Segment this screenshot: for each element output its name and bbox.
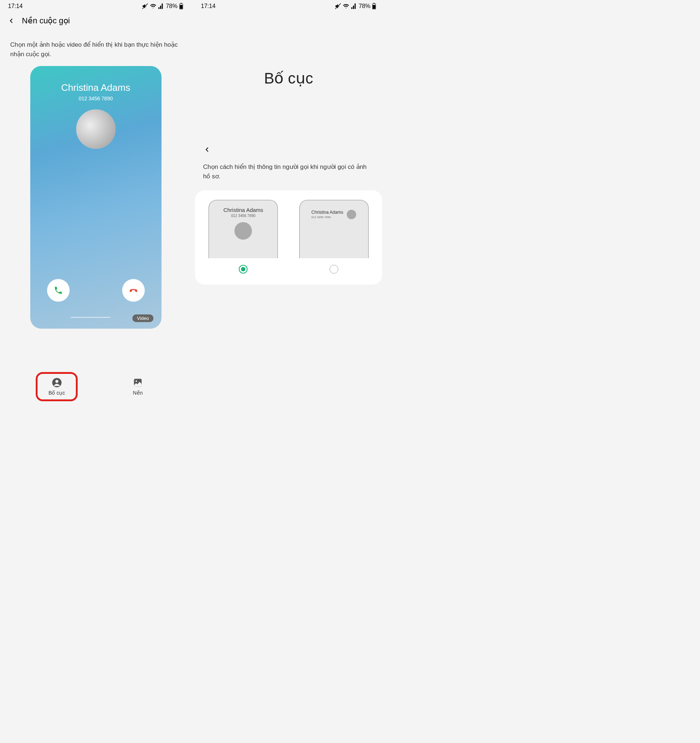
caller-name: Christina Adams [30,82,161,93]
bottom-tabs: Bố cục Nền [0,367,191,407]
person-icon [52,377,62,388]
preview-number: 012 3456 7890 [312,216,343,219]
big-title: Bố cục [193,69,384,87]
home-indicator [70,317,111,318]
radio-unselected[interactable] [329,265,338,274]
image-icon [133,377,143,388]
back-container [193,87,384,155]
mute-icon [142,3,148,9]
svg-rect-3 [180,5,182,9]
preview-name: Christina Adams [213,207,274,213]
tab-layout[interactable]: Bố cục [38,374,76,400]
tab-background[interactable]: Nền [122,374,154,400]
tab-background-label: Nền [133,390,143,396]
tab-layout-label: Bố cục [49,390,65,396]
preview-avatar-small [347,210,356,219]
status-icons: 78% [335,3,376,9]
signal-icon [351,3,357,9]
page-title: Nền cuộc gọi [22,16,70,25]
wifi-icon [343,3,349,9]
preview-name: Christina Adams [312,210,343,215]
radio-selected[interactable] [239,265,248,274]
preview-number: 012 3456 7890 [213,214,274,218]
svg-rect-11 [373,5,375,9]
svg-rect-10 [373,3,375,4]
signal-icon [158,3,164,9]
status-bar: 17:14 78% [0,0,191,11]
status-time: 17:14 [201,3,216,9]
accept-call-button[interactable] [47,279,69,302]
decline-call-button[interactable] [122,279,145,302]
battery-text: 78% [166,3,177,9]
back-icon[interactable] [203,145,211,154]
battery-icon [179,3,183,9]
svg-rect-2 [180,3,182,4]
battery-icon [372,3,376,9]
phone-screen-right: 17:14 78% Bố cục Chọn cách hiển thị thôn… [193,0,384,407]
status-time: 17:14 [8,3,23,9]
svg-point-5 [55,380,58,383]
status-icons: 78% [142,3,183,9]
layout-preview-center: Christina Adams 012 3456 7890 [208,200,278,258]
svg-point-7 [136,380,137,382]
layout-description: Chọn cách hiển thị thông tin người gọi k… [193,155,384,190]
back-icon[interactable] [7,17,15,25]
phone-screen-left: 17:14 78% Nền cuộc gọi Chọn một ảnh hoặc… [0,0,191,407]
call-preview: Christina Adams 012 3456 7890 Video [30,66,161,329]
battery-text: 78% [359,3,371,9]
status-bar: 17:14 78% [193,0,384,11]
phone-accept-icon [53,286,63,295]
call-buttons [30,279,161,302]
video-badge: Video [132,314,153,322]
wifi-icon [150,3,157,9]
phone-decline-icon [128,285,139,296]
caller-avatar [76,110,115,149]
layout-option-center[interactable]: Christina Adams 012 3456 7890 [202,200,284,274]
caller-number: 012 3456 7890 [30,96,161,101]
header: Nền cuộc gọi [0,11,191,29]
layout-option-side[interactable]: Christina Adams 012 3456 7890 [293,200,375,274]
layout-options: Christina Adams 012 3456 7890 Christina … [195,190,382,284]
layout-preview-side: Christina Adams 012 3456 7890 [299,200,369,258]
description-text: Chọn một ảnh hoặc video để hiển thị khi … [0,29,191,66]
mute-icon [335,3,341,9]
preview-avatar [235,222,252,240]
